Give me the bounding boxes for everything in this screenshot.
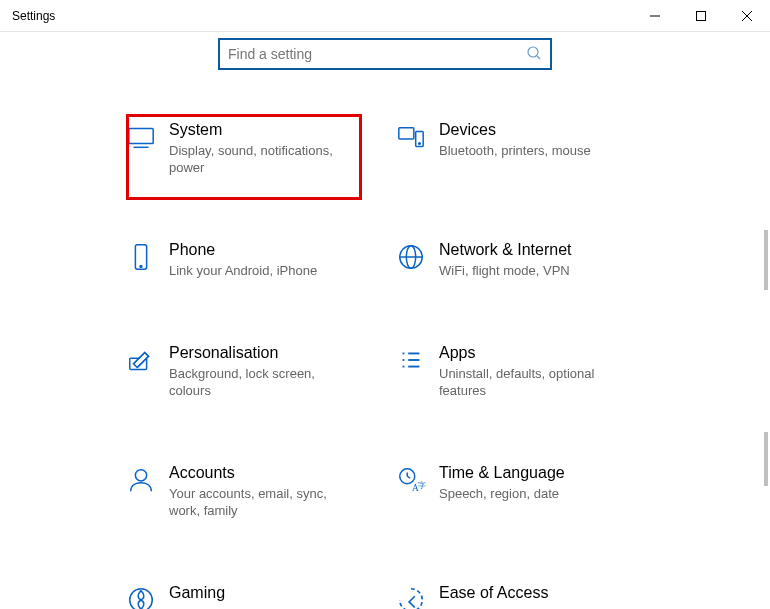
category-desc: Narrator, magnifier, high contrast	[439, 605, 623, 609]
search-box[interactable]	[218, 38, 552, 70]
scrollbar[interactable]	[764, 230, 768, 290]
phone-icon	[119, 240, 163, 272]
category-title: Apps	[439, 343, 623, 363]
category-desc: Speech, region, date	[439, 485, 565, 502]
svg-point-29	[130, 589, 153, 609]
ease-of-access-icon	[389, 583, 433, 609]
category-title: Accounts	[169, 463, 353, 483]
devices-icon	[389, 120, 433, 152]
close-button[interactable]	[724, 0, 770, 32]
search-input[interactable]	[228, 46, 526, 62]
svg-rect-8	[399, 128, 414, 139]
category-desc: Uninstall, defaults, optional features	[439, 365, 623, 399]
scrollbar[interactable]	[764, 432, 768, 486]
category-personalisation[interactable]: Personalisation Background, lock screen,…	[115, 339, 385, 403]
category-system[interactable]: System Display, sound, notifications, po…	[115, 116, 385, 180]
category-desc: Xbox Game Bar, captures, Game Mode	[169, 605, 353, 609]
category-title: Phone	[169, 240, 317, 260]
svg-line-26	[407, 476, 410, 478]
category-desc: WiFi, flight mode, VPN	[439, 262, 572, 279]
category-devices[interactable]: Devices Bluetooth, printers, mouse	[385, 116, 655, 180]
paint-icon	[119, 343, 163, 375]
gaming-icon	[119, 583, 163, 609]
svg-point-23	[135, 470, 146, 481]
category-desc: Link your Android, iPhone	[169, 262, 317, 279]
category-title: Gaming	[169, 583, 353, 603]
category-accounts[interactable]: Accounts Your accounts, email, sync, wor…	[115, 459, 385, 523]
titlebar: Settings	[0, 0, 770, 32]
category-network[interactable]: Network & Internet WiFi, flight mode, VP…	[385, 236, 655, 283]
category-desc: Display, sound, notifications, power	[169, 142, 353, 176]
category-title: Personalisation	[169, 343, 353, 363]
category-apps[interactable]: Apps Uninstall, defaults, optional featu…	[385, 339, 655, 403]
category-time[interactable]: A 字 Time & Language Speech, region, date	[385, 459, 655, 523]
category-title: System	[169, 120, 353, 140]
category-ease-of-access[interactable]: Ease of Access Narrator, magnifier, high…	[385, 579, 655, 609]
svg-line-5	[537, 56, 540, 59]
category-title: Network & Internet	[439, 240, 572, 260]
category-title: Time & Language	[439, 463, 565, 483]
list-icon	[389, 343, 433, 375]
maximize-button[interactable]	[678, 0, 724, 32]
person-icon	[119, 463, 163, 495]
globe-icon	[389, 240, 433, 272]
svg-point-10	[419, 143, 421, 145]
minimize-button[interactable]	[632, 0, 678, 32]
svg-rect-6	[129, 129, 153, 144]
category-title: Ease of Access	[439, 583, 623, 603]
time-language-icon: A 字	[389, 463, 433, 495]
svg-text:字: 字	[418, 481, 426, 490]
category-desc: Your accounts, email, sync, work, family	[169, 485, 353, 519]
svg-point-4	[528, 47, 538, 57]
search-icon	[526, 45, 542, 64]
category-desc: Bluetooth, printers, mouse	[439, 142, 591, 159]
category-desc: Background, lock screen, colours	[169, 365, 353, 399]
category-gaming[interactable]: Gaming Xbox Game Bar, captures, Game Mod…	[115, 579, 385, 609]
svg-rect-1	[697, 11, 706, 20]
window-title: Settings	[0, 9, 55, 23]
category-phone[interactable]: Phone Link your Android, iPhone	[115, 236, 385, 283]
svg-point-12	[140, 265, 142, 267]
category-title: Devices	[439, 120, 591, 140]
monitor-icon	[119, 120, 163, 152]
